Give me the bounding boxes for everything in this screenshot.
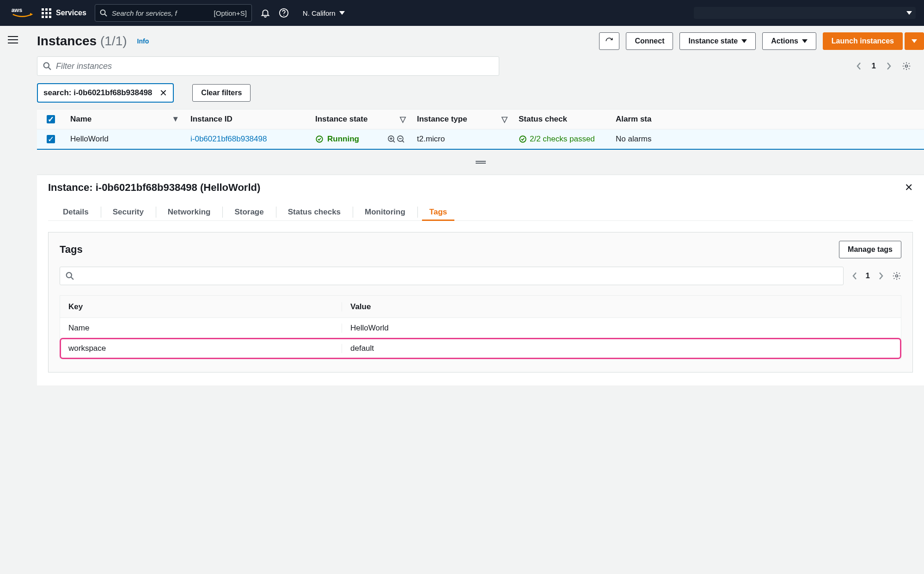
select-all-checkbox[interactable]: ✓ xyxy=(47,115,55,123)
tags-table-settings[interactable] xyxy=(892,271,901,281)
cell-instance-type: t2.micro xyxy=(411,134,513,144)
pagination: 1 xyxy=(856,61,924,71)
column-instance-state[interactable]: Instance state▽ xyxy=(310,115,411,124)
table-row[interactable]: ✓ HelloWorld i-0b6021bf68b938498 Running… xyxy=(37,129,924,150)
help-icon[interactable] xyxy=(279,8,289,18)
actions-button[interactable]: Actions xyxy=(762,32,816,50)
region-selector[interactable]: N. Californ xyxy=(303,9,345,17)
detail-panel: Instance: i-0b6021bf68b938498 (HelloWorl… xyxy=(37,175,924,385)
tab-monitoring[interactable]: Monitoring xyxy=(353,204,417,220)
tag-row: NameHelloWorld xyxy=(60,318,901,338)
svg-line-9 xyxy=(49,67,51,70)
cell-name: HelloWorld xyxy=(65,134,185,144)
zoom-icons[interactable] xyxy=(387,135,406,143)
global-search[interactable]: Search for services, f [Option+S] xyxy=(95,4,252,22)
cell-instance-state: Running xyxy=(310,134,411,144)
svg-point-20 xyxy=(67,273,72,278)
global-nav: aws Services Search for services, f [Opt… xyxy=(0,0,924,26)
search-shortcut: [Option+S] xyxy=(214,9,247,17)
launch-dropdown-button[interactable] xyxy=(905,32,924,50)
svg-line-2 xyxy=(104,14,107,17)
row-checkbox[interactable]: ✓ xyxy=(47,135,55,143)
split-panel-handle[interactable] xyxy=(37,150,924,175)
tags-col-key[interactable]: Key xyxy=(60,302,342,311)
tab-tags[interactable]: Tags xyxy=(417,204,459,220)
filter-placeholder: Filter instances xyxy=(56,61,112,71)
tab-storage[interactable]: Storage xyxy=(222,204,275,220)
tag-value: default xyxy=(342,344,901,353)
column-status-check[interactable]: Status check xyxy=(513,115,610,124)
tags-next-page[interactable] xyxy=(878,272,884,280)
svg-line-13 xyxy=(393,140,395,142)
info-link[interactable]: Info xyxy=(137,37,149,45)
tag-key: Name xyxy=(60,324,342,333)
tag-row: workspacedefault xyxy=(60,338,901,359)
svg-point-22 xyxy=(896,275,898,277)
chevron-down-icon xyxy=(339,11,345,15)
launch-instances-button[interactable]: Launch instances xyxy=(823,32,903,50)
page-number: 1 xyxy=(872,61,876,71)
search-icon xyxy=(66,272,74,280)
instances-table: ✓ Name▼ Instance ID Instance state▽ Inst… xyxy=(37,109,924,150)
search-icon xyxy=(100,9,107,17)
account-menu[interactable] xyxy=(694,7,916,19)
table-settings[interactable] xyxy=(902,61,911,71)
check-circle-icon xyxy=(519,135,527,143)
search-placeholder: Search for services, f xyxy=(112,9,177,17)
sidebar-toggle[interactable] xyxy=(0,26,26,54)
manage-tags-button[interactable]: Manage tags xyxy=(839,241,901,258)
services-label: Services xyxy=(56,9,86,17)
detail-tabs: DetailsSecurityNetworkingStorageStatus c… xyxy=(48,204,913,221)
check-circle-icon xyxy=(315,135,324,143)
column-instance-type[interactable]: Instance type▽ xyxy=(411,115,513,124)
column-alarm-status[interactable]: Alarm sta xyxy=(610,115,666,124)
clear-filters-button[interactable]: Clear filters xyxy=(192,84,251,102)
tags-col-value[interactable]: Value xyxy=(342,302,901,311)
cell-status-check: 2/2 checks passed xyxy=(513,134,610,144)
services-menu[interactable]: Services xyxy=(42,8,86,18)
svg-point-4 xyxy=(283,15,284,16)
cell-alarm-status: No alarms xyxy=(610,134,666,144)
tags-table: Key Value NameHelloWorldworkspacedefault xyxy=(60,295,901,359)
svg-line-21 xyxy=(71,277,73,280)
tags-prev-page[interactable] xyxy=(852,272,857,280)
aws-logo[interactable]: aws xyxy=(11,6,33,19)
tags-panel: Tags Manage tags 1 Key Value xyxy=(48,232,913,372)
search-icon xyxy=(43,62,51,70)
filter-token[interactable]: search: i-0b6021bf68b938498 ✕ xyxy=(37,83,174,103)
tags-filter-input[interactable] xyxy=(60,267,844,285)
page-header: Instances (1/1) Info Connect Instance st… xyxy=(37,32,924,50)
cell-instance-id[interactable]: i-0b6021bf68b938498 xyxy=(185,134,310,144)
launch-group: Launch instances xyxy=(823,32,924,50)
tag-value: HelloWorld xyxy=(342,324,901,333)
page-title: Instances (1/1) xyxy=(37,34,127,49)
tags-title: Tags xyxy=(60,244,83,256)
remove-filter-icon[interactable]: ✕ xyxy=(159,88,167,98)
filter-instances-input[interactable]: Filter instances xyxy=(37,56,499,76)
tab-security[interactable]: Security xyxy=(101,204,156,220)
close-panel-icon[interactable]: ✕ xyxy=(905,182,913,194)
tab-status-checks[interactable]: Status checks xyxy=(276,204,353,220)
svg-line-17 xyxy=(402,140,404,142)
next-page[interactable] xyxy=(886,62,892,70)
tab-details[interactable]: Details xyxy=(51,204,101,220)
notifications-icon[interactable] xyxy=(260,8,270,18)
column-instance-id[interactable]: Instance ID xyxy=(185,115,310,124)
tags-page-number: 1 xyxy=(866,271,870,281)
svg-point-10 xyxy=(906,65,908,67)
grid-icon xyxy=(42,8,51,18)
refresh-button[interactable] xyxy=(599,32,619,50)
detail-title: Instance: i-0b6021bf68b938498 (HelloWorl… xyxy=(48,182,260,194)
prev-page[interactable] xyxy=(856,62,862,70)
svg-point-1 xyxy=(100,10,105,15)
connect-button[interactable]: Connect xyxy=(626,32,673,50)
tab-networking[interactable]: Networking xyxy=(156,204,223,220)
instance-state-button[interactable]: Instance state xyxy=(679,32,756,50)
filter-token-text: search: i-0b6021bf68b938498 xyxy=(43,88,152,98)
chevron-down-icon xyxy=(906,11,912,15)
column-name[interactable]: Name▼ xyxy=(65,115,185,124)
svg-point-8 xyxy=(44,63,49,68)
tag-key: workspace xyxy=(60,344,342,353)
svg-text:aws: aws xyxy=(12,7,23,13)
region-label: N. Californ xyxy=(303,9,336,17)
